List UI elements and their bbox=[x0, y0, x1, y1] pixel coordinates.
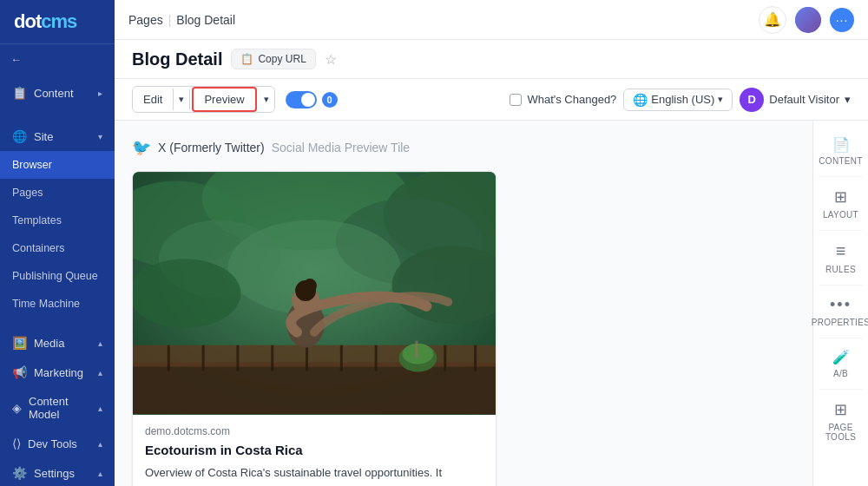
toggle-dot bbox=[301, 93, 315, 107]
right-panel-page-tools[interactable]: ⊞ PAGE TOOLS bbox=[813, 391, 868, 450]
sidebar-label-media: Media bbox=[34, 337, 64, 350]
visitor-label: Default Visitor bbox=[769, 93, 839, 106]
page-title: Blog Detail bbox=[132, 49, 222, 69]
language-label: English (US) bbox=[651, 93, 714, 106]
more-options-button[interactable]: ··· bbox=[830, 8, 854, 32]
right-panel-properties[interactable]: ••• PROPERTIES bbox=[813, 287, 868, 336]
sidebar-item-time-machine[interactable]: Time Machine bbox=[0, 290, 115, 318]
sidebar-section-site: 🌐 Site ▾ Browser Pages Templates Contain… bbox=[0, 118, 115, 321]
svg-point-26 bbox=[403, 344, 434, 364]
preview-button[interactable]: Preview bbox=[192, 87, 256, 112]
whats-changed-button[interactable]: What's Changed? bbox=[510, 93, 616, 106]
right-panel-divider-4 bbox=[819, 338, 862, 338]
page-header: Blog Detail 📋 Copy URL ☆ bbox=[115, 40, 868, 79]
right-panel-divider-1 bbox=[819, 176, 862, 177]
blog-description: Overview of Costa Rica's sustainable tra… bbox=[145, 464, 483, 486]
layout-panel-label: LAYOUT bbox=[823, 210, 858, 220]
content-model-icon: ◈ bbox=[12, 401, 22, 415]
layout-panel-icon: ⊞ bbox=[834, 187, 847, 207]
sidebar-label-content: Content bbox=[34, 87, 74, 100]
svg-rect-9 bbox=[133, 363, 496, 415]
breadcrumb-current: Blog Detail bbox=[176, 13, 235, 27]
whats-changed-checkbox[interactable] bbox=[510, 94, 522, 106]
settings-chevron-icon: ▴ bbox=[98, 469, 102, 478]
sidebar-item-pages[interactable]: Pages bbox=[0, 179, 115, 207]
edit-chevron[interactable]: ▾ bbox=[174, 89, 190, 109]
svg-point-24 bbox=[303, 279, 317, 292]
right-panel-content[interactable]: 📄 CONTENT bbox=[813, 128, 868, 174]
sidebar-item-content-model[interactable]: ◈ Content Model ▴ bbox=[0, 387, 115, 429]
toggle-switch[interactable] bbox=[286, 91, 317, 108]
sidebar-item-settings[interactable]: ⚙️ Settings ▴ bbox=[0, 458, 115, 486]
rules-panel-label: RULES bbox=[825, 265, 856, 274]
sidebar-label-browser: Browser bbox=[12, 159, 52, 171]
sidebar-label-site: Site bbox=[34, 130, 53, 143]
properties-panel-label: PROPERTIES bbox=[812, 318, 868, 327]
sidebar-item-dev-tools[interactable]: ⟨⟩ Dev Tools ▴ bbox=[0, 429, 115, 458]
back-arrow-icon: ← bbox=[10, 53, 22, 66]
edit-button[interactable]: Edit bbox=[133, 89, 174, 110]
dev-tools-icon: ⟨⟩ bbox=[12, 437, 21, 450]
svg-rect-27 bbox=[415, 341, 418, 358]
content-model-chevron-icon: ▴ bbox=[98, 404, 102, 413]
svg-rect-11 bbox=[168, 345, 170, 371]
sidebar-logo: dotcms bbox=[0, 0, 115, 44]
preview-chevron[interactable]: ▾ bbox=[259, 89, 274, 109]
twitter-header: 🐦 X (Formerly Twitter) Social Media Prev… bbox=[132, 138, 795, 157]
sidebar-item-media[interactable]: 🖼️ Media ▴ bbox=[0, 328, 115, 358]
visitor-chevron-icon: ▾ bbox=[845, 93, 851, 106]
right-panel: 📄 CONTENT ⊞ LAYOUT ≡ RULES ••• PROPERTIE… bbox=[812, 121, 868, 486]
sidebar-item-templates[interactable]: Templates bbox=[0, 207, 115, 234]
dots-icon: ··· bbox=[836, 13, 849, 27]
svg-rect-17 bbox=[375, 345, 378, 371]
twitter-sublabel: Social Media Preview Tile bbox=[272, 141, 411, 154]
sidebar-item-browser[interactable]: Browser bbox=[0, 151, 115, 179]
breadcrumb-separator: | bbox=[168, 13, 172, 27]
right-panel-layout[interactable]: ⊞ LAYOUT bbox=[813, 179, 868, 228]
svg-rect-15 bbox=[306, 345, 308, 371]
chevron-icon: ▸ bbox=[98, 89, 102, 98]
whats-changed-label: What's Changed? bbox=[527, 93, 616, 106]
blog-title: Ecotourism in Costa Rica bbox=[145, 443, 483, 457]
copy-url-button[interactable]: 📋 Copy URL bbox=[231, 49, 315, 69]
star-button[interactable]: ☆ bbox=[325, 51, 337, 68]
sidebar-label-pages: Pages bbox=[12, 187, 43, 199]
language-selector[interactable]: 🌐 English (US) ▾ bbox=[623, 89, 733, 111]
svg-rect-19 bbox=[444, 345, 446, 371]
user-avatar[interactable] bbox=[795, 7, 821, 33]
sidebar-item-publishing-queue[interactable]: Publishing Queue bbox=[0, 262, 115, 290]
globe-icon: 🌐 bbox=[633, 93, 648, 107]
breadcrumb: Pages | Blog Detail bbox=[128, 13, 235, 27]
edit-preview-group: Edit ▾ Preview ▾ bbox=[132, 86, 275, 113]
svg-rect-20 bbox=[474, 345, 477, 371]
visitor-avatar: D bbox=[740, 88, 764, 112]
sidebar-item-marketing[interactable]: 📢 Marketing ▴ bbox=[0, 358, 115, 387]
blog-card-image bbox=[133, 172, 496, 415]
content-icon: 📋 bbox=[12, 86, 27, 100]
marketing-chevron-icon: ▴ bbox=[98, 368, 102, 378]
sidebar-label-templates: Templates bbox=[12, 214, 62, 227]
right-panel-rules[interactable]: ≡ RULES bbox=[813, 233, 868, 283]
sidebar-item-site[interactable]: 🌐 Site ▾ bbox=[0, 122, 115, 151]
breadcrumb-pages[interactable]: Pages bbox=[128, 13, 163, 27]
media-icon: 🖼️ bbox=[12, 336, 27, 350]
site-chevron-icon: ▾ bbox=[98, 132, 102, 141]
copy-url-label: Copy URL bbox=[258, 53, 306, 65]
avatar-image bbox=[795, 7, 821, 33]
media-chevron-icon: ▴ bbox=[98, 338, 102, 348]
sidebar-item-content[interactable]: 📋 Content ▸ bbox=[0, 78, 115, 108]
topbar: Pages | Blog Detail 🔔 ··· bbox=[115, 0, 868, 40]
visitor-selector[interactable]: D Default Visitor ▾ bbox=[740, 88, 851, 112]
svg-rect-10 bbox=[133, 345, 496, 367]
notification-button[interactable]: 🔔 bbox=[759, 6, 786, 34]
blog-card-body: demo.dotcms.com Ecotourism in Costa Rica… bbox=[133, 415, 496, 486]
toggle-badge: 0 bbox=[322, 92, 338, 108]
content-panel-label: CONTENT bbox=[819, 156, 862, 166]
right-panel-ab[interactable]: 🧪 A/B bbox=[813, 340, 868, 387]
main-area: Pages | Blog Detail 🔔 ··· Blog Detail 📋 … bbox=[115, 0, 868, 486]
properties-panel-icon: ••• bbox=[830, 296, 852, 314]
sidebar-label-marketing: Marketing bbox=[34, 366, 83, 379]
sidebar-back-button[interactable]: ← bbox=[0, 44, 115, 75]
copy-icon: 📋 bbox=[240, 53, 253, 65]
sidebar-item-containers[interactable]: Containers bbox=[0, 234, 115, 262]
